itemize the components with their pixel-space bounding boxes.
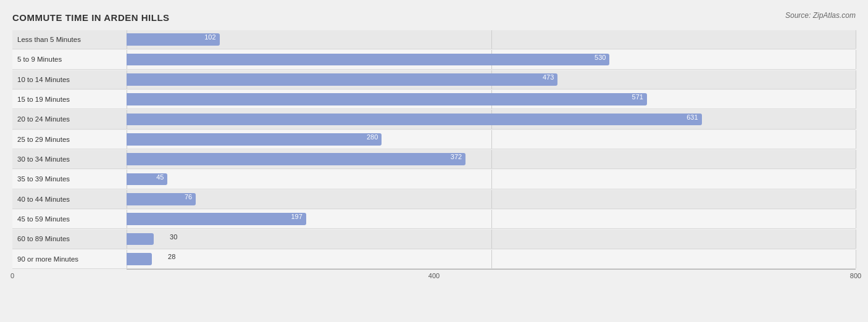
bar-label: 35 to 39 Minutes	[12, 175, 127, 183]
bar: 76	[127, 193, 196, 205]
bar-label: 25 to 29 Minutes	[12, 136, 127, 143]
bar-value-label: 45	[156, 173, 164, 181]
bar-wrapper: 28	[127, 250, 856, 268]
x-axis-tick: 400	[428, 272, 440, 279]
bar-label: 45 to 59 Minutes	[12, 215, 127, 223]
bar-wrapper: 45	[127, 170, 856, 188]
bar-label: 60 to 89 Minutes	[12, 235, 127, 242]
bar: 45	[127, 173, 167, 186]
bar-row: 40 to 44 Minutes76	[12, 190, 856, 209]
bar-label: 40 to 44 Minutes	[12, 196, 127, 203]
bar-value-label: 280	[367, 133, 378, 141]
bar-value-label: 571	[632, 93, 643, 101]
bar-wrapper: 631	[127, 110, 856, 128]
bar: 571	[127, 93, 647, 105]
bar-label: 90 or more Minutes	[12, 255, 127, 263]
bar: 473	[127, 73, 557, 86]
bar-wrapper: 30	[127, 229, 856, 248]
bar-wrapper: 473	[127, 70, 856, 89]
bar-wrapper: 571	[127, 90, 856, 109]
bar-value-label: 28	[168, 253, 175, 260]
bar: 30	[127, 233, 154, 246]
bar-wrapper: 372	[127, 150, 856, 168]
bar-label: 5 to 9 Minutes	[12, 56, 127, 63]
chart-area: Less than 5 Minutes1025 to 9 Minutes5301…	[12, 30, 856, 284]
bar-row: 30 to 34 Minutes372	[12, 150, 856, 169]
bar-label: 10 to 14 Minutes	[12, 76, 127, 83]
bar-wrapper: 102	[127, 30, 856, 49]
x-axis-line	[127, 269, 856, 270]
bar-row: Less than 5 Minutes102	[12, 30, 856, 49]
x-axis: 0400800	[12, 269, 856, 284]
bar-value-label: 76	[185, 193, 192, 200]
bar-wrapper: 280	[127, 130, 856, 149]
bar-label: Less than 5 Minutes	[12, 36, 127, 43]
bar-row: 90 or more Minutes28	[12, 250, 856, 269]
bar: 102	[127, 33, 220, 46]
chart-container: COMMUTE TIME IN ARDEN HILLS Source: ZipA…	[0, 0, 868, 322]
bar-row: 25 to 29 Minutes280	[12, 130, 856, 149]
x-axis-tick: 800	[850, 272, 861, 279]
source-label: Source: ZipAtlas.com	[785, 11, 856, 20]
bar-label: 20 to 24 Minutes	[12, 115, 127, 123]
bar-row: 5 to 9 Minutes530	[12, 50, 856, 69]
bar-value-label: 631	[686, 114, 698, 121]
bar: 197	[127, 213, 306, 225]
bar-row: 15 to 19 Minutes571	[12, 90, 856, 109]
bar-wrapper: 530	[127, 50, 856, 68]
chart-title: COMMUTE TIME IN ARDEN HILLS	[12, 12, 856, 23]
bar-label: 30 to 34 Minutes	[12, 155, 127, 163]
bar: 280	[127, 133, 382, 146]
bar-wrapper: 197	[127, 210, 856, 228]
bar-value-label: 530	[595, 54, 606, 61]
bar-value-label: 102	[204, 33, 215, 41]
bar-value-label: 30	[170, 233, 177, 241]
bar-row: 35 to 39 Minutes45	[12, 170, 856, 189]
bar-value-label: 197	[291, 213, 302, 220]
bar-row: 60 to 89 Minutes30	[12, 229, 856, 249]
bar-value-label: 473	[543, 73, 554, 81]
x-axis-tick: 0	[10, 272, 14, 279]
bar-label: 15 to 19 Minutes	[12, 96, 127, 103]
bar: 372	[127, 153, 465, 165]
bar: 530	[127, 54, 609, 66]
bar-wrapper: 76	[127, 190, 856, 208]
bar-chart: Less than 5 Minutes1025 to 9 Minutes5301…	[12, 30, 856, 269]
bar-value-label: 372	[451, 153, 462, 160]
bar: 631	[127, 114, 702, 126]
bar-row: 45 to 59 Minutes197	[12, 210, 856, 229]
bar-row: 20 to 24 Minutes631	[12, 110, 856, 129]
bar-row: 10 to 14 Minutes473	[12, 70, 856, 89]
bar: 28	[127, 253, 152, 265]
